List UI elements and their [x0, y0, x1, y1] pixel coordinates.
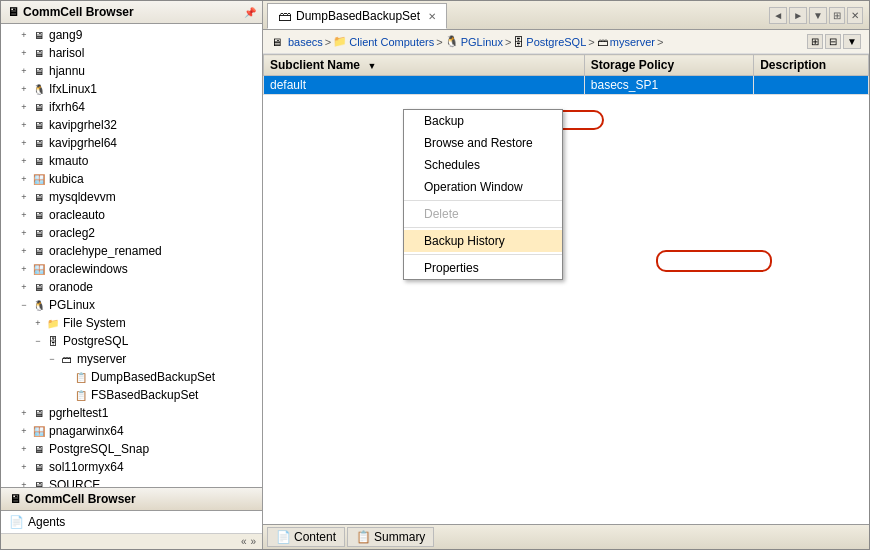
expand-oraclewindows[interactable]: +	[17, 264, 31, 274]
breadcrumb-tool1[interactable]: ⊞	[807, 34, 823, 49]
tree-item-pnagarwinx64[interactable]: +🪟pnagarwinx64	[3, 422, 260, 440]
expand-pgrheltest1[interactable]: +	[17, 408, 31, 418]
tree-item-oraclewindows[interactable]: +🪟oraclewindows	[3, 260, 260, 278]
dumpbased-tab[interactable]: 🗃 DumpBasedBackupSet ✕	[267, 3, 447, 29]
expand-gang9[interactable]: +	[17, 30, 31, 40]
tab-restore[interactable]: ⊞	[829, 7, 845, 24]
expand-oranode[interactable]: +	[17, 282, 31, 292]
label-oraclehype_renamed: oraclehype_renamed	[49, 244, 162, 258]
label-postgresql: PostgreSQL	[63, 334, 128, 348]
tree-item-pgrheltest1[interactable]: +🖥pgrheltest1	[3, 404, 260, 422]
breadcrumb-client-computers[interactable]: Client Computers	[349, 36, 434, 48]
ctx-operation-window[interactable]: Operation Window	[404, 176, 562, 198]
icon-computer: 🖥	[31, 225, 47, 241]
breadcrumb-myserver[interactable]: myserver	[610, 36, 655, 48]
ctx-backup-history[interactable]: Backup History	[404, 230, 562, 252]
expand-oracleauto[interactable]: +	[17, 210, 31, 220]
col-description[interactable]: Description	[754, 55, 869, 76]
breadcrumb-pglinux[interactable]: PGLinux	[461, 36, 503, 48]
tree-item-gang9[interactable]: +🖥gang9	[3, 26, 260, 44]
tab-title-text: DumpBasedBackupSet	[296, 9, 420, 23]
summary-tab-icon: 📋	[356, 530, 371, 544]
expand-hjannu[interactable]: +	[17, 66, 31, 76]
col-subclient-name[interactable]: Subclient Name ▼	[264, 55, 585, 76]
ctx-backup[interactable]: Backup	[404, 110, 562, 132]
pin-icon[interactable]: 📌	[244, 7, 256, 18]
tree-item-oraclehype_renamed[interactable]: +🖥oraclehype_renamed	[3, 242, 260, 260]
expand-IfxLinux1[interactable]: +	[17, 84, 31, 94]
expand-filesystem[interactable]: +	[31, 318, 45, 328]
tree-item-harisol[interactable]: +🖥harisol	[3, 44, 260, 62]
tab-close-button[interactable]: ✕	[428, 11, 436, 22]
tree-item-oracleauto[interactable]: +🖥oracleauto	[3, 206, 260, 224]
tree-area: +🖥gang9+🖥harisol+🖥hjannu+🐧IfxLinux1+🖥ifx…	[1, 24, 262, 487]
label-mysqldevvm: mysqldevvm	[49, 190, 116, 204]
tree-item-SOURCE[interactable]: +🖥SOURCE	[3, 476, 260, 487]
tree-item-IfxLinux1[interactable]: +🐧IfxLinux1	[3, 80, 260, 98]
icon-computer: 🖥	[31, 99, 47, 115]
tree-item-ifxrh64[interactable]: +🖥ifxrh64	[3, 98, 260, 116]
breadcrumb-down-arrow[interactable]: ▼	[843, 34, 861, 49]
expand-SOURCE[interactable]: +	[17, 480, 31, 487]
tree-item-kavipgrhel64[interactable]: +🖥kavipgrhel64	[3, 134, 260, 152]
ctx-properties[interactable]: Properties	[404, 257, 562, 279]
expand-kavipgrhel64[interactable]: +	[17, 138, 31, 148]
tab-nav-left[interactable]: ◄	[769, 7, 787, 24]
col-description-label: Description	[760, 58, 826, 72]
expand-harisol[interactable]: +	[17, 48, 31, 58]
tree-item-fsbased[interactable]: 📋FSBasedBackupSet	[3, 386, 260, 404]
tree-item-mysqldevvm[interactable]: +🖥mysqldevvm	[3, 188, 260, 206]
table-row-default[interactable]: defaultbasecs_SP1	[264, 76, 869, 95]
col-storage-policy[interactable]: Storage Policy	[584, 55, 753, 76]
ctx-browse-restore[interactable]: Browse and Restore	[404, 132, 562, 154]
expand-oracleg2[interactable]: +	[17, 228, 31, 238]
left-panel-header: 🖥 CommCell Browser 📌	[1, 1, 262, 24]
expand-kubica[interactable]: +	[17, 174, 31, 184]
breadcrumb-tool2[interactable]: ⊟	[825, 34, 841, 49]
left-panel-title-text: CommCell Browser	[23, 5, 134, 19]
scroll-right-arrow[interactable]: »	[248, 536, 258, 547]
expand-PostgreSQL_Snap[interactable]: +	[17, 444, 31, 454]
tree-item-PostgreSQL_Snap[interactable]: +🖥PostgreSQL_Snap	[3, 440, 260, 458]
breadcrumb-icons: 🖥	[271, 36, 282, 48]
tree-item-oracleg2[interactable]: +🖥oracleg2	[3, 224, 260, 242]
expand-pnagarwinx64[interactable]: +	[17, 426, 31, 436]
tab-nav-right[interactable]: ►	[789, 7, 807, 24]
tree-item-postgresql[interactable]: −🗄PostgreSQL	[3, 332, 260, 350]
tree-item-myserver[interactable]: −🗃myserver	[3, 350, 260, 368]
expand-postgresql[interactable]: −	[31, 336, 45, 346]
expand-kavipgrhel32[interactable]: +	[17, 120, 31, 130]
expand-ifxrh64[interactable]: +	[17, 102, 31, 112]
expand-oraclehype_renamed[interactable]: +	[17, 246, 31, 256]
commcell-browser-tab[interactable]: 🖥 CommCell Browser	[1, 488, 262, 511]
icon-computer: 🖥	[31, 459, 47, 475]
breadcrumb-postgresql-label: PostgreSQL	[526, 36, 586, 48]
cell-policy-default: basecs_SP1	[584, 76, 753, 95]
breadcrumb-postgresql[interactable]: PostgreSQL	[526, 36, 586, 48]
breadcrumb-basecs[interactable]: basecs	[288, 36, 323, 48]
expand-myserver[interactable]: −	[45, 354, 59, 364]
tree-item-oranode[interactable]: +🖥oranode	[3, 278, 260, 296]
tree-item-kubica[interactable]: +🪟kubica	[3, 170, 260, 188]
tab-nav-menu[interactable]: ▼	[809, 7, 827, 24]
tree-item-kavipgrhel32[interactable]: +🖥kavipgrhel32	[3, 116, 260, 134]
tree-item-hjannu[interactable]: +🖥hjannu	[3, 62, 260, 80]
tree-item-filesystem[interactable]: +📁File System	[3, 314, 260, 332]
tree-item-PGLinux[interactable]: −🐧PGLinux	[3, 296, 260, 314]
expand-kmauto[interactable]: +	[17, 156, 31, 166]
tree-item-sol11ormyx64[interactable]: +🖥sol11ormyx64	[3, 458, 260, 476]
breadcrumb-myserver-label: myserver	[610, 36, 655, 48]
tree-item-kmauto[interactable]: +🖥kmauto	[3, 152, 260, 170]
ctx-schedules[interactable]: Schedules	[404, 154, 562, 176]
breadcrumb-toolbar: ⊞ ⊟ ▼	[807, 34, 861, 49]
scroll-left-arrow[interactable]: «	[239, 536, 249, 547]
tab-close-all[interactable]: ✕	[847, 7, 863, 24]
summary-tab[interactable]: 📋 Summary	[347, 527, 434, 547]
expand-PGLinux[interactable]: −	[17, 300, 31, 310]
expand-sol11ormyx64[interactable]: +	[17, 462, 31, 472]
context-menu: Backup Browse and Restore Schedules Oper…	[403, 109, 563, 280]
expand-mysqldevvm[interactable]: +	[17, 192, 31, 202]
tree-item-dumpbased[interactable]: 📋DumpBasedBackupSet	[3, 368, 260, 386]
agents-item[interactable]: 📄 Agents	[1, 511, 262, 533]
content-tab[interactable]: 📄 Content	[267, 527, 345, 547]
